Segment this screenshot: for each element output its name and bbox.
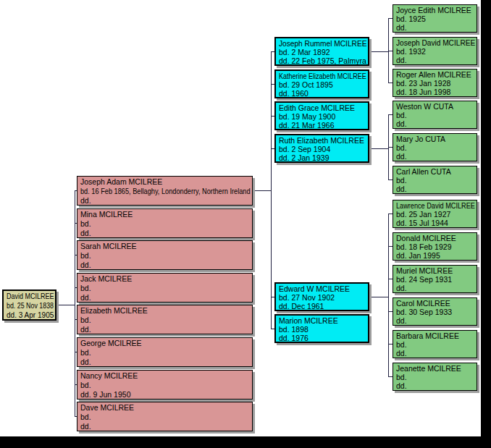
birth-line: bd. 27 Nov 1902: [279, 293, 366, 302]
person-name: Joseph Adam MCILREE: [80, 177, 251, 187]
birth-line: bd.: [396, 340, 475, 349]
death-line: dd.: [396, 56, 475, 64]
person-box-barbara-mcilree[interactable]: Barbara MCILREEbd.dd.: [393, 330, 477, 358]
person-name: Dave MCILREE: [80, 403, 251, 413]
person-box-nancy-mcilree[interactable]: Nancy MCILREEbd.dd. 9 Jun 1950: [77, 370, 253, 400]
birth-line: bd.: [80, 316, 251, 325]
death-line: dd. 9 Jun 1950: [80, 390, 251, 400]
person-box-lawrence-david-mcilree[interactable]: Lawrence David MCILREEbd. 25 Jan 1927dd.…: [393, 200, 477, 228]
person-name: Marion MCILREE: [279, 316, 366, 325]
death-line: dd.: [80, 229, 251, 238]
person-box-carol-mcilree[interactable]: Carol MCILREEbd. 30 Sep 1933dd.: [393, 297, 477, 326]
birth-line: bd.: [80, 284, 251, 293]
person-box-roger-allen-mcilree[interactable]: Roger Allen MCILREEbd. 23 Jan 1928dd. 18…: [393, 69, 477, 97]
birth-line: bd. 16 Feb 1865, Bellaghy, Londonderry, …: [80, 187, 230, 196]
birth-line: bd. 24 Sep 1931: [396, 275, 475, 284]
person-box-david-mcilree[interactable]: David MCILREEbd. 25 Nov 1838dd. 3 Apr 19…: [2, 289, 56, 321]
person-name: Carol MCILREE: [396, 299, 475, 308]
death-line: dd. 3 Apr 1905: [7, 310, 51, 320]
death-line: dd. 21 Mar 1966: [279, 121, 366, 130]
person-name: Joseph Rummel MCILREE: [279, 39, 364, 48]
death-line: dd.: [396, 349, 475, 358]
birth-line: bd. 25 Nov 1838: [7, 301, 46, 310]
birth-line: bd.: [80, 413, 251, 422]
person-box-joseph-adam-mcilree[interactable]: Joseph Adam MCILREEbd. 16 Feb 1865, Bell…: [77, 176, 253, 206]
person-box-joseph-rummel-mcilree[interactable]: Joseph Rummel MCILREEbd. 2 Mar 1892dd. 2…: [274, 37, 369, 66]
person-name: Barbara MCILREE: [396, 331, 475, 340]
birth-line: bd. 2 Mar 1892: [279, 48, 366, 56]
birth-line: bd.: [80, 251, 251, 261]
person-name: Weston W CUTA: [396, 102, 475, 111]
birth-line: bd.: [396, 111, 475, 119]
death-line: dd.: [80, 293, 251, 303]
person-box-katherine-elizabeth-mcilree[interactable]: Katherine Elizabeth MCILREEbd. 29 Oct 18…: [274, 69, 369, 98]
death-line: dd.: [80, 358, 251, 367]
death-line: dd. 2 Jan 1939: [279, 153, 366, 162]
person-name: Katherine Elizabeth MCILREE: [279, 72, 354, 80]
birth-line: bd.: [396, 373, 475, 381]
death-line: dd. 18 Jun 1998: [396, 88, 475, 96]
birth-line: bd.: [80, 219, 251, 229]
person-name: Edith Grace MCILREE: [279, 103, 366, 112]
chart-canvas: David MCILREEbd. 25 Nov 1838dd. 3 Apr 19…: [0, 0, 481, 436]
person-box-edward-w-mcilree[interactable]: Edward W MCILREEbd. 27 Nov 1902dd. Dec 1…: [274, 282, 369, 311]
person-name: Edward W MCILREE: [279, 284, 366, 293]
birth-line: bd. 25 Jan 1927: [396, 210, 475, 219]
person-name: Roger Allen MCILREE: [396, 70, 475, 79]
birth-line: bd. 29 Oct 1895: [279, 80, 366, 89]
birth-line: bd. 1932: [396, 47, 475, 56]
person-name: Mina MCILREE: [80, 210, 251, 219]
death-line: dd. 15 Jul 1944: [396, 219, 475, 227]
birth-line: bd.: [80, 348, 251, 358]
death-line: dd.: [80, 196, 251, 206]
person-box-weston-w-cuta[interactable]: Weston W CUTAbd.dd.: [393, 101, 477, 129]
person-box-marion-mcilree[interactable]: Marion MCILREEbd. 1898dd. 1976: [274, 314, 369, 343]
death-line: dd. 1976: [279, 334, 366, 342]
person-name: Elizabeth MCILREE: [80, 306, 251, 316]
person-box-joyce-edith-mcilree[interactable]: Joyce Edith MCILREEbd. 1925dd.: [393, 4, 477, 33]
person-name: Muriel MCILREE: [396, 266, 475, 275]
person-name: Carl Allen CUTA: [396, 167, 475, 176]
person-box-elizabeth-mcilree[interactable]: Elizabeth MCILREEbd.dd.: [77, 305, 253, 334]
death-line: dd.: [396, 23, 475, 32]
descendant-chart: David MCILREEbd. 25 Nov 1838dd. 3 Apr 19…: [0, 0, 491, 448]
death-line: dd.: [80, 325, 251, 334]
person-name: Jack MCILREE: [80, 274, 251, 284]
birth-line: bd. 18 Feb 1929: [396, 242, 475, 251]
death-line: dd.: [80, 261, 251, 270]
birth-line: bd. 19 May 1900: [279, 112, 366, 121]
death-line: dd.: [396, 152, 475, 161]
person-box-dave-mcilree[interactable]: Dave MCILREEbd.dd.: [77, 402, 253, 431]
person-box-george-mcilree[interactable]: George MCILREEbd.dd.: [77, 337, 253, 367]
death-line: dd.: [396, 381, 475, 390]
death-line: dd. 1960: [279, 89, 366, 98]
death-line: dd. 22 Feb 1975, Palmyra: [279, 56, 366, 65]
death-line: dd. Dec 1961: [279, 302, 366, 310]
birth-line: bd.: [396, 143, 475, 152]
birth-line: bd. 23 Jan 1928: [396, 79, 475, 88]
person-name: Lawrence David MCILREE: [396, 201, 465, 210]
person-box-donald-mcilree[interactable]: Donald MCILREEbd. 18 Feb 1929dd. Jan 199…: [393, 232, 477, 261]
person-box-sarah-mcilree[interactable]: Sarah MCILREEbd.dd.: [77, 240, 253, 270]
person-name: Donald MCILREE: [396, 234, 475, 242]
birth-line: bd.: [80, 381, 251, 390]
person-box-carl-allen-cuta[interactable]: Carl Allen CUTAbd.dd.: [393, 166, 477, 194]
person-name: Mary Jo CUTA: [396, 135, 475, 143]
person-box-mina-mcilree[interactable]: Mina MCILREEbd.dd.: [77, 208, 253, 238]
person-name: George MCILREE: [80, 339, 251, 348]
person-name: Sarah MCILREE: [80, 242, 251, 251]
person-box-muriel-mcilree[interactable]: Muriel MCILREEbd. 24 Sep 1931dd.: [393, 265, 477, 293]
death-line: dd.: [396, 185, 475, 193]
person-box-jeanette-mcilree[interactable]: Jeanette MCILREEbd.dd.: [393, 363, 477, 391]
person-name: Ruth Elizabeth MCILREE: [279, 136, 366, 145]
person-box-mary-jo-cuta[interactable]: Mary Jo CUTAbd.dd.: [393, 133, 477, 161]
person-name: Joyce Edith MCILREE: [396, 6, 475, 14]
person-box-edith-grace-mcilree[interactable]: Edith Grace MCILREEbd. 19 May 1900dd. 21…: [274, 101, 369, 130]
birth-line: bd. 1925: [396, 14, 475, 23]
person-box-ruth-elizabeth-mcilree[interactable]: Ruth Elizabeth MCILREEbd. 2 Sep 1904dd. …: [274, 134, 369, 163]
death-line: dd.: [396, 284, 475, 292]
person-box-joseph-david-mcilree[interactable]: Joseph David MCILREEbd. 1932dd.: [393, 37, 477, 65]
person-name: Jeanette MCILREE: [396, 364, 475, 373]
death-line: dd.: [80, 422, 251, 431]
person-box-jack-mcilree[interactable]: Jack MCILREEbd.dd.: [77, 273, 253, 303]
